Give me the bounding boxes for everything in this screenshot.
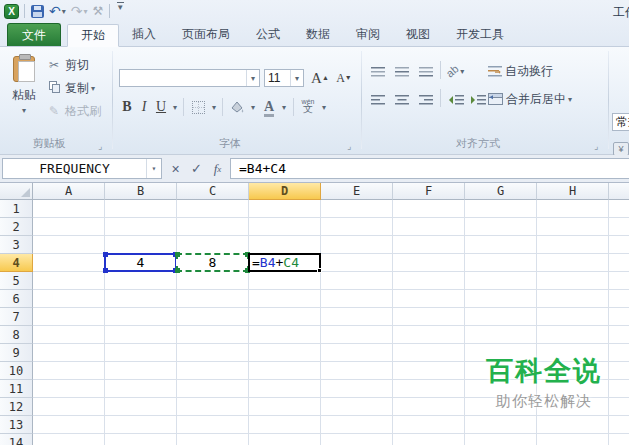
range-handle[interactable] <box>175 252 180 257</box>
column-header-D[interactable]: D <box>249 183 321 200</box>
group-alignment: ab ▾ 自动换行 合并后居中 ▾ 对齐方式 ⌟ <box>362 47 608 154</box>
font-color-dropdown[interactable]: ▾ <box>278 97 288 117</box>
range-handle[interactable] <box>103 268 108 273</box>
phonetic-dropdown[interactable]: ▾ <box>318 97 328 117</box>
row-header-13[interactable]: 13 <box>0 416 33 434</box>
tab-review[interactable]: 审阅 <box>343 23 393 46</box>
row-header-3[interactable]: 3 <box>0 236 33 254</box>
tab-insert[interactable]: 插入 <box>119 23 169 46</box>
cell-B4[interactable]: 4 <box>104 253 177 272</box>
format-painter-icon: ✎ <box>46 104 62 118</box>
align-bottom-button[interactable] <box>416 63 436 81</box>
cell-C4[interactable]: 8 <box>176 253 249 272</box>
column-header-H[interactable]: H <box>537 183 609 200</box>
copy-button[interactable]: 复制 ▾ <box>46 78 95 98</box>
font-size-combo[interactable]: 11 ▾ <box>264 69 304 87</box>
number-format-combo[interactable]: 常规 <box>612 113 629 131</box>
wrap-text-button[interactable]: 自动换行 <box>488 61 553 81</box>
column-header-I[interactable]: I <box>609 183 629 200</box>
bold-button[interactable]: B <box>119 97 135 117</box>
row-header-11[interactable]: 11 <box>0 380 33 398</box>
fill-handle[interactable] <box>317 268 322 273</box>
column-header-A[interactable]: A <box>33 183 105 200</box>
tools-icon: ⚒ <box>93 4 104 18</box>
grow-font-button[interactable]: A▲ <box>309 68 331 88</box>
save-button[interactable] <box>30 2 45 20</box>
orientation-button[interactable]: ab ▾ <box>446 61 464 81</box>
customize-qat-button[interactable]: ▼ <box>115 2 125 20</box>
align-left-button[interactable] <box>368 91 388 109</box>
align-center-button[interactable] <box>392 91 412 109</box>
dialog-launcher-icon[interactable]: ⌟ <box>98 141 108 151</box>
select-all-button[interactable] <box>0 183 33 200</box>
column-header-B[interactable]: B <box>105 183 177 200</box>
chevron-down-icon[interactable]: ▾ <box>22 106 26 115</box>
shrink-font-button[interactable]: A▼ <box>333 68 355 88</box>
decrease-indent-button[interactable] <box>446 91 466 109</box>
row-header-5[interactable]: 5 <box>0 272 33 290</box>
tab-page-layout[interactable]: 页面布局 <box>169 23 243 46</box>
align-middle-button[interactable] <box>392 63 412 81</box>
row-header-12[interactable]: 12 <box>0 398 33 416</box>
tab-data[interactable]: 数据 <box>293 23 343 46</box>
column-header-G[interactable]: G <box>465 183 537 200</box>
tab-view[interactable]: 视图 <box>393 23 443 46</box>
column-header-F[interactable]: F <box>393 183 465 200</box>
name-box[interactable]: FREQUENCY ▾ <box>2 158 162 179</box>
align-top-button[interactable] <box>368 63 388 81</box>
underline-dropdown[interactable]: ▾ <box>169 97 179 117</box>
row-header-8[interactable]: 8 <box>0 326 33 344</box>
cell-area[interactable]: 4 8 =B4+C4 百科全说 助你轻松解决 <box>33 200 629 445</box>
paste-button[interactable]: 粘贴 ▾ <box>5 54 43 146</box>
range-handle[interactable] <box>175 268 180 273</box>
borders-dropdown[interactable]: ▾ <box>208 97 218 117</box>
column-header-E[interactable]: E <box>321 183 393 200</box>
fill-color-dropdown[interactable]: ▾ <box>247 97 257 117</box>
italic-button[interactable]: I <box>137 97 151 117</box>
cut-button[interactable]: ✂ 剪切 <box>46 55 89 75</box>
row-header-1[interactable]: 1 <box>0 200 33 218</box>
dialog-launcher-icon[interactable]: ⌟ <box>594 141 604 151</box>
tab-home[interactable]: 开始 <box>67 24 119 47</box>
chevron-down-icon[interactable]: ▾ <box>146 159 161 178</box>
increase-indent-icon <box>471 95 486 105</box>
row-header-6[interactable]: 6 <box>0 290 33 308</box>
row-header-14[interactable]: 14 <box>0 434 33 445</box>
accounting-format-icon[interactable]: ¥ <box>613 142 629 156</box>
window-title: 工作 <box>613 4 629 21</box>
tab-developer[interactable]: 开发工具 <box>443 23 517 46</box>
insert-function-button[interactable]: fx <box>208 159 227 178</box>
row-header-2[interactable]: 2 <box>0 218 33 236</box>
tab-formulas[interactable]: 公式 <box>243 23 293 46</box>
chevron-down-icon: ▾ <box>322 103 326 112</box>
cancel-button[interactable]: × <box>166 159 185 178</box>
chevron-down-icon[interactable]: ▾ <box>246 70 259 86</box>
excel-app-icon[interactable]: X <box>4 4 19 19</box>
row-header-10[interactable]: 10 <box>0 362 33 380</box>
chevron-down-icon: ▾ <box>282 103 286 112</box>
phonetic-guide-button[interactable]: wén 文 <box>299 95 317 115</box>
font-name-combo[interactable]: ▾ <box>119 69 260 87</box>
chevron-down-icon[interactable]: ▾ <box>290 70 303 86</box>
chevron-down-icon: ▾ <box>568 95 572 104</box>
increase-indent-button[interactable] <box>468 91 488 109</box>
row-header-9[interactable]: 9 <box>0 344 33 362</box>
row-header-4[interactable]: 4 <box>0 254 33 272</box>
chevron-down-icon[interactable]: ▾ <box>91 84 95 93</box>
align-right-button[interactable] <box>416 91 436 109</box>
row-header-7[interactable]: 7 <box>0 308 33 326</box>
merge-center-button[interactable]: 合并后居中 ▾ <box>488 89 572 109</box>
fill-color-button[interactable] <box>227 97 247 117</box>
cell-D4-active[interactable]: =B4+C4 <box>248 253 321 272</box>
underline-button[interactable]: U <box>153 97 169 117</box>
tab-file[interactable]: 文件 <box>7 23 61 46</box>
font-color-button[interactable]: A <box>261 97 277 117</box>
chevron-down-icon[interactable]: ▾ <box>62 7 66 16</box>
undo-button[interactable]: ↶▾ <box>48 2 67 20</box>
enter-button[interactable]: ✓ <box>187 159 206 178</box>
range-handle[interactable] <box>103 252 108 257</box>
formula-input[interactable]: =B4+C4 <box>230 158 629 179</box>
borders-button[interactable] <box>189 97 207 117</box>
column-header-C[interactable]: C <box>177 183 249 200</box>
dialog-launcher-icon[interactable]: ⌟ <box>347 141 357 151</box>
